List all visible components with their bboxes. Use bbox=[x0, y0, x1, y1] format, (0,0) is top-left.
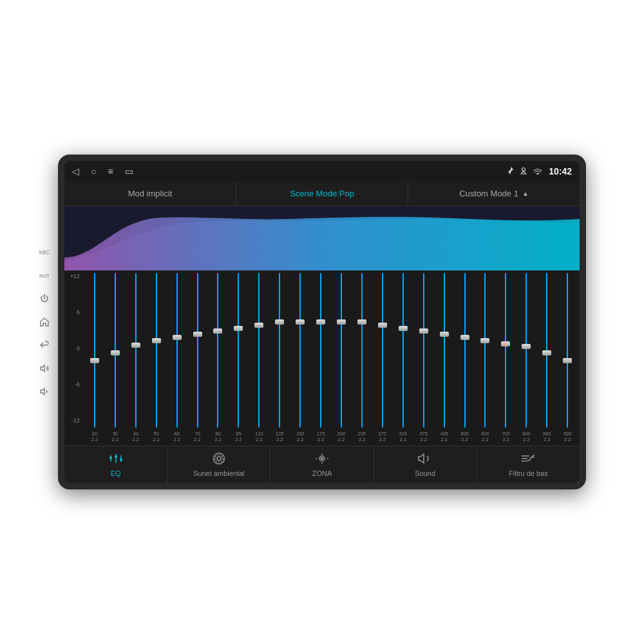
back-button[interactable] bbox=[37, 338, 52, 352]
fader-handle-110[interactable] bbox=[254, 323, 263, 328]
fader-band-95[interactable] bbox=[229, 273, 248, 428]
fader-handle-175[interactable] bbox=[316, 319, 325, 325]
fader-handle-40[interactable] bbox=[131, 343, 140, 348]
nav-eq[interactable]: EQ bbox=[64, 446, 167, 483]
vol-down-button[interactable] bbox=[37, 384, 52, 399]
fader-track-600[interactable] bbox=[484, 273, 486, 428]
home-button[interactable] bbox=[37, 315, 52, 329]
fader-handle-200[interactable] bbox=[337, 319, 346, 325]
fader-band-375[interactable] bbox=[414, 273, 433, 428]
mode-custom[interactable]: Custom Mode 1 ▲ bbox=[408, 182, 580, 205]
nav-sound[interactable]: Sound bbox=[374, 446, 477, 483]
fader-handle-435[interactable] bbox=[440, 332, 449, 337]
fader-band-600[interactable] bbox=[476, 273, 495, 428]
fader-band-275[interactable] bbox=[373, 273, 392, 428]
fader-handle-860[interactable] bbox=[542, 350, 551, 355]
fader-track-435[interactable] bbox=[444, 273, 445, 428]
fader-band-110[interactable] bbox=[249, 273, 269, 428]
fader-track-315[interactable] bbox=[402, 273, 404, 428]
menu-nav-icon[interactable]: ≡ bbox=[108, 166, 113, 176]
fader-track-275[interactable] bbox=[382, 273, 383, 428]
fader-band-70[interactable] bbox=[188, 273, 207, 428]
fader-track-500[interactable] bbox=[464, 273, 466, 428]
fader-track-60[interactable] bbox=[176, 273, 178, 428]
fader-track-110[interactable] bbox=[258, 273, 260, 428]
fader-band-920[interactable] bbox=[558, 273, 577, 428]
mic-button[interactable]: MIC bbox=[37, 245, 52, 260]
fader-handle-920[interactable] bbox=[563, 358, 572, 363]
home-nav-icon[interactable]: ○ bbox=[91, 166, 96, 176]
fader-band-860[interactable] bbox=[537, 273, 556, 428]
fader-track-30[interactable] bbox=[115, 273, 116, 428]
fader-band-800[interactable] bbox=[516, 273, 536, 428]
mode-scene[interactable]: Scene Mode:Pop bbox=[236, 182, 408, 205]
fader-band-200[interactable] bbox=[332, 273, 351, 428]
fader-band-40[interactable] bbox=[126, 273, 146, 428]
fader-handle-800[interactable] bbox=[522, 344, 531, 349]
fader-band-125[interactable] bbox=[270, 273, 289, 428]
reset-button[interactable]: RST bbox=[37, 269, 52, 283]
fader-track-235[interactable] bbox=[361, 273, 363, 428]
fader-track-150[interactable] bbox=[299, 273, 301, 428]
freq-label-200: 2002.2 bbox=[332, 428, 351, 446]
fader-handle-30[interactable] bbox=[111, 350, 120, 355]
fader-band-500[interactable] bbox=[455, 273, 475, 428]
fader-band-150[interactable] bbox=[290, 273, 310, 428]
fader-track-50[interactable] bbox=[156, 273, 157, 428]
nav-filtru-bas[interactable]: Filtru de bas bbox=[477, 446, 580, 483]
fader-track-95[interactable] bbox=[238, 273, 239, 428]
freq-label-30: 302.2 bbox=[106, 428, 125, 446]
fader-band-80[interactable] bbox=[209, 273, 228, 428]
fader-track-920[interactable] bbox=[567, 273, 568, 428]
fader-handle-700[interactable] bbox=[501, 341, 510, 346]
fader-track-80[interactable] bbox=[217, 273, 218, 428]
device-frame: MIC RST bbox=[58, 155, 586, 489]
fader-handle-235[interactable] bbox=[357, 319, 366, 325]
fader-band-60[interactable] bbox=[167, 273, 187, 428]
fader-handle-150[interactable] bbox=[296, 319, 305, 325]
mode-implicit[interactable]: Mod implicit bbox=[64, 182, 236, 205]
svg-point-10 bbox=[215, 455, 223, 462]
fader-band-175[interactable] bbox=[311, 273, 330, 428]
vol-up-button[interactable] bbox=[37, 361, 52, 375]
fader-handle-275[interactable] bbox=[378, 323, 387, 328]
fader-track-175[interactable] bbox=[320, 273, 321, 428]
fader-handle-375[interactable] bbox=[419, 328, 428, 334]
back-nav-icon[interactable]: ◁ bbox=[72, 166, 79, 176]
freq-label-95: 952.2 bbox=[229, 428, 248, 446]
fader-handle-80[interactable] bbox=[213, 328, 222, 334]
ambient-icon bbox=[212, 453, 226, 468]
fader-track-375[interactable] bbox=[423, 273, 424, 428]
recent-nav-icon[interactable]: ▭ bbox=[125, 166, 133, 176]
fader-band-50[interactable] bbox=[147, 273, 166, 428]
fader-track-200[interactable] bbox=[341, 273, 342, 428]
clock: 10:42 bbox=[549, 166, 572, 176]
fader-band-700[interactable] bbox=[496, 273, 515, 428]
fader-track-860[interactable] bbox=[546, 273, 547, 428]
fader-band-235[interactable] bbox=[352, 273, 372, 428]
fader-track-125[interactable] bbox=[279, 273, 280, 428]
fader-band-30[interactable] bbox=[106, 273, 125, 428]
fader-band-315[interactable] bbox=[393, 273, 413, 428]
fader-handle-600[interactable] bbox=[480, 338, 489, 343]
fader-handle-50[interactable] bbox=[152, 338, 161, 343]
fader-band-435[interactable] bbox=[435, 273, 454, 428]
fader-handle-500[interactable] bbox=[460, 335, 469, 340]
nav-zona[interactable]: ZONA bbox=[270, 446, 374, 483]
fader-handle-95[interactable] bbox=[234, 326, 243, 331]
fader-track-40[interactable] bbox=[135, 273, 137, 428]
power-button[interactable] bbox=[37, 292, 52, 306]
fader-track-700[interactable] bbox=[505, 273, 506, 428]
fader-track-70[interactable] bbox=[197, 273, 198, 428]
sound-icon bbox=[418, 453, 432, 468]
fader-handle-20[interactable] bbox=[90, 358, 99, 363]
fader-track-800[interactable] bbox=[526, 273, 527, 428]
nav-sunet-ambiental[interactable]: Sunet ambiental bbox=[167, 446, 270, 483]
fader-handle-125[interactable] bbox=[275, 319, 284, 325]
fader-handle-60[interactable] bbox=[173, 335, 182, 340]
fader-handle-70[interactable] bbox=[193, 332, 202, 337]
fader-handle-315[interactable] bbox=[399, 326, 408, 331]
freq-label-800: 8002.2 bbox=[516, 428, 536, 446]
fader-band-20[interactable] bbox=[85, 273, 104, 428]
fader-track-20[interactable] bbox=[94, 273, 95, 428]
